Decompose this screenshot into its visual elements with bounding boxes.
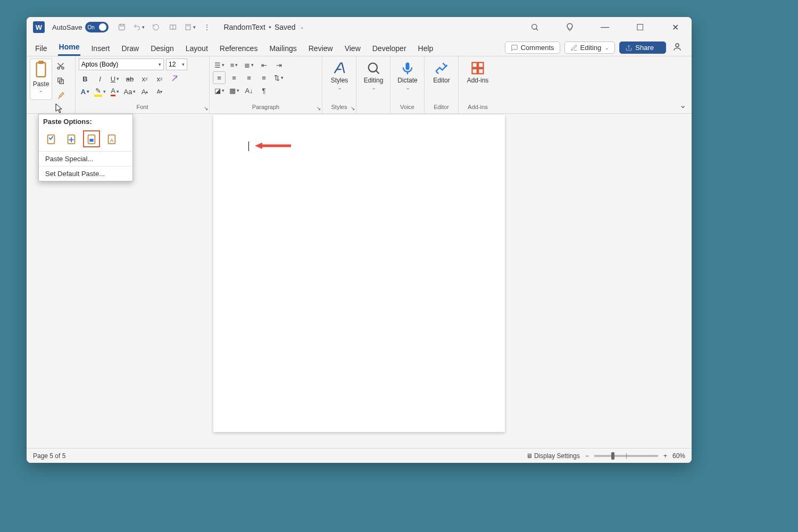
justify-button[interactable]: ≡ [257, 71, 270, 84]
qat-customize-icon[interactable]: ⋮ [201, 21, 213, 33]
font-size-value: 12 [169, 61, 176, 68]
paste-picture-icon[interactable] [84, 131, 99, 147]
lightbulb-icon[interactable] [560, 17, 580, 37]
tab-home[interactable]: Home [58, 39, 81, 56]
font-name-combo[interactable]: Aptos (Body)▾ [79, 59, 164, 70]
editing-button[interactable]: Editing⌄ [360, 59, 387, 93]
editor-icon [434, 61, 449, 76]
titlebar: W AutoSave On ▾ ▾ ⋮ RandomText • Saved ⌄… [27, 17, 692, 37]
paragraph-dialog-launcher-icon[interactable]: ↘ [317, 105, 321, 111]
increase-indent-button[interactable]: ⇥ [272, 59, 285, 71]
svg-point-16 [369, 63, 377, 72]
maximize-button[interactable]: ☐ [630, 17, 650, 37]
styles-button[interactable]: Styles⌄ [326, 59, 353, 93]
undo-icon[interactable]: ▾ [133, 21, 145, 33]
paste-special-item[interactable]: Paste Special... [39, 151, 132, 166]
underline-button[interactable]: U▾ [109, 72, 121, 85]
clear-formatting-icon[interactable] [168, 72, 181, 85]
search-icon[interactable] [525, 17, 545, 37]
font-dialog-launcher-icon[interactable]: ↘ [204, 105, 208, 111]
addins-button[interactable]: Add-ins [462, 59, 494, 86]
redo-icon[interactable] [150, 21, 162, 33]
zoom-in-button[interactable]: + [663, 452, 667, 460]
voice-group-label: Voice [394, 104, 421, 112]
font-color-button[interactable]: A▾ [109, 85, 121, 98]
editing-btn-label: Editing [364, 77, 384, 84]
format-painter-icon[interactable] [54, 89, 67, 102]
tab-design[interactable]: Design [149, 41, 175, 56]
display-settings-button[interactable]: 🖥 Display Settings [526, 452, 580, 460]
zoom-level[interactable]: 60% [672, 452, 685, 460]
close-button[interactable]: ✕ [665, 17, 685, 37]
multilevel-button[interactable]: ≣▾ [243, 59, 255, 71]
editor-button[interactable]: Editor [428, 59, 455, 86]
highlight-button[interactable]: ✎▾ [94, 85, 106, 98]
copy-icon[interactable] [54, 74, 67, 87]
paste-text-only-icon[interactable]: A [104, 131, 120, 147]
set-default-paste-item[interactable]: Set Default Paste... [39, 166, 132, 181]
save-icon[interactable] [116, 21, 128, 33]
editor-group-label: Editor [428, 104, 455, 112]
tab-review[interactable]: Review [307, 41, 334, 56]
text-effects-button[interactable]: A▾ [79, 85, 92, 98]
tab-references[interactable]: References [219, 41, 259, 56]
paste-dropdown-icon[interactable]: ⌄ [39, 88, 43, 93]
zoom-slider[interactable] [594, 455, 658, 457]
font-size-combo[interactable]: 12▾ [166, 59, 187, 70]
minimize-button[interactable]: — [595, 17, 615, 37]
align-left-button[interactable]: ≡ [213, 71, 226, 84]
superscript-button[interactable]: x2 [153, 72, 166, 85]
document-title[interactable]: RandomText • Saved ⌄ [223, 23, 304, 31]
sort-button[interactable]: A↓ [243, 84, 255, 97]
paste-merge-icon[interactable] [63, 131, 79, 147]
paste-button[interactable]: Paste ⌄ [30, 59, 52, 100]
addins-group: Add-ins Add-ins [459, 56, 497, 113]
show-marks-button[interactable]: ¶ [257, 84, 270, 97]
dictate-button[interactable]: Dictate⌄ [394, 59, 421, 93]
tab-mailings[interactable]: Mailings [268, 41, 297, 56]
text-cursor [248, 142, 249, 151]
tab-draw[interactable]: Draw [120, 41, 140, 56]
collapse-ribbon-icon[interactable]: ⌄ [679, 100, 686, 110]
document-page[interactable] [213, 115, 505, 432]
account-icon[interactable] [670, 42, 684, 54]
grow-font-button[interactable]: A▴ [138, 85, 151, 98]
paste-keep-source-icon[interactable] [43, 131, 59, 147]
shading-button[interactable]: ◪▾ [213, 84, 226, 97]
editing-mode-button[interactable]: Editing⌄ [564, 41, 616, 54]
shrink-font-button[interactable]: A▾ [153, 85, 166, 98]
bold-button[interactable]: B [79, 72, 92, 85]
italic-button[interactable]: I [94, 72, 106, 85]
numbering-button[interactable]: ≡▾ [228, 59, 240, 71]
tab-layout[interactable]: Layout [185, 41, 209, 56]
comments-button[interactable]: Comments [505, 41, 560, 54]
zoom-out-button[interactable]: − [585, 452, 589, 460]
tab-developer[interactable]: Developer [371, 41, 408, 56]
change-case-button[interactable]: Aa▾ [123, 85, 136, 98]
line-spacing-button[interactable]: ⇅▾ [272, 71, 285, 84]
font-group: Aptos (Body)▾ 12▾ B I U▾ ab x2 x2 A▾ ✎▾ … [76, 56, 210, 113]
strikethrough-button[interactable]: ab [123, 72, 136, 85]
svg-text:A: A [110, 138, 114, 143]
paste-label: Paste [33, 80, 49, 88]
align-center-button[interactable]: ≡ [228, 71, 240, 84]
subscript-button[interactable]: x2 [138, 72, 151, 85]
bullets-button[interactable]: ☰▾ [213, 59, 226, 71]
qat-item-3-icon[interactable] [167, 21, 179, 33]
align-right-button[interactable]: ≡ [243, 71, 255, 84]
page-info[interactable]: Page 5 of 5 [33, 452, 65, 460]
svg-line-17 [376, 71, 379, 74]
share-button[interactable]: Share▾ [619, 41, 666, 54]
borders-button[interactable]: ▦▾ [228, 84, 240, 97]
paste-options-menu: Paste Options: A Paste Special... Set De… [38, 114, 133, 181]
decrease-indent-button[interactable]: ⇤ [257, 59, 270, 71]
tab-file[interactable]: File [34, 41, 48, 56]
word-window: W AutoSave On ▾ ▾ ⋮ RandomText • Saved ⌄… [27, 17, 692, 463]
cut-icon[interactable] [54, 60, 67, 72]
styles-dialog-launcher-icon[interactable]: ↘ [351, 105, 355, 111]
tab-help[interactable]: Help [417, 41, 435, 56]
qat-item-4-icon[interactable]: ▾ [184, 21, 196, 33]
tab-view[interactable]: View [344, 41, 362, 56]
tab-insert[interactable]: Insert [90, 41, 111, 56]
autosave-toggle[interactable]: On [85, 22, 109, 32]
